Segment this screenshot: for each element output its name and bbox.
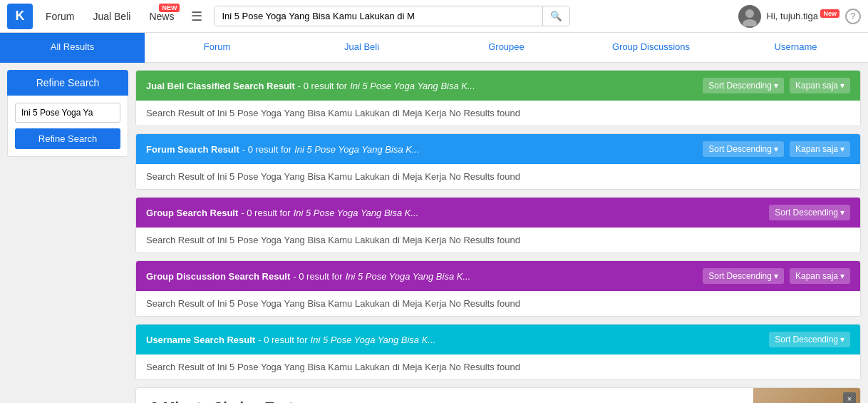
news-badge: NEW — [159, 4, 180, 12]
avatar — [738, 5, 761, 28]
sort-button-forum[interactable]: Sort Descending ▾ — [703, 141, 784, 157]
greeting-text: Hi, tujuh.tiga New — [767, 10, 839, 21]
result-count: - 0 result for — [293, 271, 342, 282]
result-title: Jual Beli Classified Search Result — [146, 81, 295, 91]
result-header-left-group: Group Search Result - 0 result for Ini 5… — [146, 208, 418, 218]
refine-button[interactable]: Refine Search — [15, 128, 120, 149]
svg-point-0 — [745, 9, 754, 18]
header-right: Hi, tujuh.tiga New ? — [738, 5, 861, 28]
kapan-button-forum[interactable]: Kapan saja ▾ — [790, 141, 850, 157]
kapan-button-gd[interactable]: Kapan saja ▾ — [790, 268, 850, 284]
result-group-discussion: Group Discussion Search Result - 0 resul… — [135, 260, 861, 317]
result-body-username: Search Result of Ini 5 Pose Yoga Yang Bi… — [136, 354, 860, 379]
nav-news[interactable]: News NEW — [143, 11, 180, 22]
result-body-gd: Search Result of Ini 5 Pose Yoga Yang Bi… — [136, 291, 860, 316]
result-header-right-username: Sort Descending ▾ — [769, 332, 850, 347]
main-results: Jual Beli Classified Search Result - 0 r… — [135, 70, 861, 403]
sort-button-jual-beli[interactable]: Sort Descending ▾ — [703, 78, 784, 93]
result-query: Ini 5 Pose Yoga Yang Bisa K... — [350, 81, 475, 91]
sort-button-username[interactable]: Sort Descending ▾ — [769, 332, 850, 347]
result-header-right-gd: Sort Descending ▾ Kapan saja ▾ — [703, 268, 850, 284]
result-query: Ini 5 Pose Yoga Yang Bisa K... — [311, 335, 436, 345]
tab-groupee[interactable]: Groupee — [434, 33, 579, 63]
avatar-image — [738, 5, 761, 28]
result-forum: Forum Search Result - 0 result for Ini 5… — [135, 133, 861, 190]
hamburger-icon[interactable]: ☰ — [187, 9, 207, 24]
ad-title: 3-Minute Chakra Test — [150, 399, 609, 403]
nav-jual-beli[interactable]: Jual Beli — [87, 11, 136, 22]
result-title: Group Discussion Search Result — [146, 271, 290, 282]
result-query: Ini 5 Pose Yoga Yang Bisa K... — [346, 271, 471, 282]
result-count: - 0 result for — [241, 208, 290, 218]
tabs-bar: All Results Forum Jual Beli Groupee Grou… — [0, 33, 868, 63]
result-header-group-discussion: Group Discussion Search Result - 0 resul… — [136, 261, 860, 291]
tab-all-results[interactable]: All Results — [0, 33, 145, 63]
result-group: Group Search Result - 0 result for Ini 5… — [135, 197, 861, 253]
search-input[interactable] — [215, 6, 542, 26]
ad-close-button[interactable]: × — [843, 392, 856, 403]
search-bar: 🔍 — [214, 6, 570, 26]
result-header-jual-beli: Jual Beli Classified Search Result - 0 r… — [136, 71, 860, 101]
result-count: - 0 result for — [298, 81, 347, 91]
refine-input[interactable] — [15, 103, 120, 123]
search-button[interactable]: 🔍 — [542, 6, 569, 26]
sort-button-gd[interactable]: Sort Descending ▾ — [703, 268, 784, 284]
result-count: - 0 result for — [242, 144, 291, 155]
tab-jual-beli[interactable]: Jual Beli — [289, 33, 434, 63]
result-header-left-gd: Group Discussion Search Result - 0 resul… — [146, 271, 470, 282]
ad-banner: 3-Minute Chakra Test Find Out Which of Y… — [135, 387, 861, 403]
refine-title: Refine Search — [7, 70, 128, 96]
ad-content: 3-Minute Chakra Test Find Out Which of Y… — [136, 388, 623, 403]
result-header-forum: Forum Search Result - 0 result for Ini 5… — [136, 134, 860, 164]
sort-button-group[interactable]: Sort Descending ▾ — [769, 205, 850, 220]
sidebar: Refine Search Refine Search — [7, 70, 128, 403]
result-username: Username Search Result - 0 result for In… — [135, 324, 861, 380]
nav-forum[interactable]: Forum — [40, 11, 80, 22]
result-title: Group Search Result — [146, 208, 238, 218]
result-body-group: Search Result of Ini 5 Pose Yoga Yang Bi… — [136, 228, 860, 252]
result-header-left: Jual Beli Classified Search Result - 0 r… — [146, 81, 475, 91]
result-header-right-group: Sort Descending ▾ — [769, 205, 850, 220]
result-header-left-username: Username Search Result - 0 result for In… — [146, 335, 435, 345]
result-query: Ini 5 Pose Yoga Yang Bisa K... — [294, 144, 420, 155]
result-body-jual-beli: Search Result of Ini 5 Pose Yoga Yang Bi… — [136, 101, 860, 126]
content-area: Refine Search Refine Search Jual Beli Cl… — [0, 63, 868, 403]
sidebar-body: Refine Search — [7, 96, 128, 157]
svg-point-1 — [743, 19, 757, 26]
tab-username[interactable]: Username — [723, 33, 868, 63]
new-badge-header: New — [820, 9, 839, 18]
help-icon[interactable]: ? — [845, 9, 861, 24]
result-body-forum: Search Result of Ini 5 Pose Yoga Yang Bi… — [136, 164, 860, 189]
result-header-right-forum: Sort Descending ▾ Kapan saja ▾ — [703, 141, 850, 157]
header: K Forum Jual Beli News NEW ☰ 🔍 Hi, tujuh… — [0, 0, 868, 33]
result-jual-beli: Jual Beli Classified Search Result - 0 r… — [135, 70, 861, 126]
result-header-right: Sort Descending ▾ Kapan saja ▾ — [703, 78, 850, 93]
kapan-button-jual-beli[interactable]: Kapan saja ▾ — [790, 78, 850, 93]
result-header-username: Username Search Result - 0 result for In… — [136, 325, 860, 354]
tab-forum[interactable]: Forum — [145, 33, 289, 63]
result-query: Ini 5 Pose Yoga Yang Bisa K... — [294, 208, 419, 218]
result-header-group: Group Search Result - 0 result for Ini 5… — [136, 198, 860, 228]
result-count: - 0 result for — [258, 335, 307, 345]
result-header-left-forum: Forum Search Result - 0 result for Ini 5… — [146, 144, 420, 155]
logo[interactable]: K — [7, 4, 33, 29]
result-title: Username Search Result — [146, 335, 255, 345]
tab-group-discussions[interactable]: Group Discussions — [579, 33, 723, 63]
result-title: Forum Search Result — [146, 144, 239, 155]
